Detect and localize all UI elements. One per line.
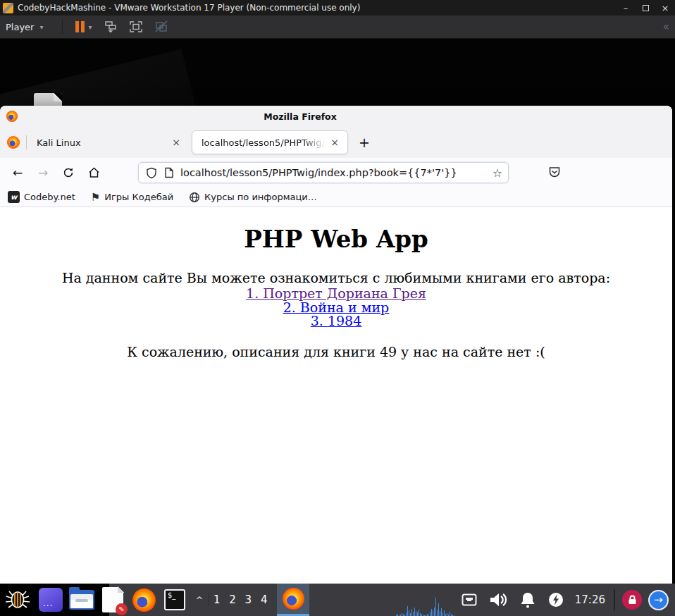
tab-close-icon[interactable]: × <box>169 135 183 149</box>
kali-desktop: </> test.xml Mozilla Firefox Kali Linux … <box>0 39 675 616</box>
firefox-window-title: Mozilla Firefox <box>264 111 337 122</box>
maximize-button[interactable] <box>636 0 655 16</box>
tab-close-icon[interactable]: × <box>328 135 342 149</box>
firefox-window: Mozilla Firefox Kali Linux × localhost/l… <box>0 106 672 584</box>
toolbar-divider <box>62 20 63 34</box>
player-menu-button[interactable]: Player ▾ <box>0 16 56 38</box>
firefox-task-button[interactable] <box>277 584 309 616</box>
folder-icon <box>69 590 94 610</box>
kali-taskbar: ... ✎ $_ ^ 1 2 3 4 <box>0 584 675 616</box>
app-launcher-button[interactable]: ... <box>35 584 66 616</box>
book-links: 1. Портрет Дориана Грея 2. Война и мир 3… <box>0 287 672 328</box>
firefox-logo-icon <box>6 111 18 122</box>
page-title: PHP Web App <box>0 225 672 253</box>
lock-screen-button[interactable] <box>622 590 642 610</box>
text-editor-button[interactable]: ✎ <box>97 584 128 616</box>
url-bar[interactable]: localhost/lesson5/PHPTwig/index.php?book… <box>138 162 509 183</box>
navigation-toolbar: ← → localhost/lesson5/PHPTwig/index.php?… <box>0 158 672 187</box>
firefox-view-button[interactable] <box>7 136 20 149</box>
collapse-toolbar-button[interactable]: « <box>663 20 668 33</box>
unity-mode-button <box>154 20 169 34</box>
forward-button: → <box>32 162 54 183</box>
book-link-1[interactable]: 1. Портрет Дориана Грея <box>0 287 672 301</box>
web-page-content: PHP Web App На данном сайте Вы можете оз… <box>0 207 672 584</box>
chevron-down-icon: ▾ <box>39 23 43 31</box>
vmware-window-title: CodebyHackMashine - VMware Workstation 1… <box>18 3 360 13</box>
maximize-icon <box>643 5 649 11</box>
bookmarks-toolbar: w Codeby.net ⚑ Игры Кодебай Курсы по инф… <box>0 187 672 207</box>
lock-icon <box>628 595 637 605</box>
vmware-titlebar: CodebyHackMashine - VMware Workstation 1… <box>0 0 675 16</box>
home-button[interactable] <box>83 162 104 183</box>
close-button[interactable]: × <box>655 0 675 16</box>
tracking-shield-icon[interactable] <box>146 167 157 179</box>
bookmark-kursy[interactable]: Курсы по информаци… <box>189 192 317 203</box>
logout-arrow-icon: → <box>654 593 663 606</box>
vmware-toolbar: Player ▾ ▾ « <box>0 16 675 39</box>
tab-divider <box>26 135 27 149</box>
applications-menu-button[interactable] <box>0 584 35 616</box>
book-not-found-message: К сожалению, описания для книги 49 у нас… <box>0 344 672 359</box>
terminal-icon: $_ <box>164 589 185 610</box>
notifications-tray-icon[interactable] <box>513 584 543 616</box>
tab-bar: Kali Linux × localhost/lesson5/PHPTwig/i… <box>0 127 672 158</box>
firefox-titlebar[interactable]: Mozilla Firefox <box>0 106 672 127</box>
logout-button[interactable]: → <box>648 590 669 610</box>
vmware-logo-icon <box>3 3 13 13</box>
tab-localhost-active[interactable]: localhost/lesson5/PHPTwig/i × <box>192 130 348 154</box>
volume-tray-icon[interactable] <box>483 584 513 616</box>
tab-label: Kali Linux <box>37 137 169 148</box>
document-icon: ✎ <box>102 587 123 612</box>
app-launcher-icon: ... <box>39 588 63 612</box>
flag-icon: ⚑ <box>91 191 100 204</box>
save-to-pocket-icon[interactable] <box>546 164 563 180</box>
back-button[interactable]: ← <box>7 162 28 183</box>
suspend-vm-button[interactable] <box>75 21 85 32</box>
pencil-icon: ✎ <box>116 603 128 615</box>
network-graph <box>396 595 455 616</box>
bookmark-star-icon[interactable]: ☆ <box>493 166 502 180</box>
bookmark-codeby[interactable]: w Codeby.net <box>8 191 75 203</box>
new-tab-button[interactable]: + <box>356 134 373 151</box>
kali-logo-icon <box>4 588 32 612</box>
panel-expand-button[interactable]: ^ <box>190 584 209 616</box>
page-intro-text: На данном сайте Вы можете ознакомиться с… <box>0 270 672 285</box>
send-ctrl-alt-del-button[interactable] <box>103 20 118 34</box>
network-tray-icon[interactable] <box>455 584 483 616</box>
fullscreen-button[interactable] <box>128 20 144 34</box>
globe-icon <box>189 192 200 203</box>
workspace-switcher[interactable]: 1 2 3 4 <box>209 593 277 606</box>
reload-button[interactable] <box>58 162 79 183</box>
firefox-logo-icon <box>283 588 304 610</box>
codeby-favicon: w <box>8 191 20 203</box>
minimize-button[interactable]: – <box>616 0 636 16</box>
file-manager-button[interactable] <box>66 584 97 616</box>
suspend-dropdown-icon[interactable]: ▾ <box>89 23 92 31</box>
page-info-icon[interactable] <box>164 167 174 178</box>
firefox-logo-icon <box>132 589 156 612</box>
clock[interactable]: 17:26 <box>569 593 614 606</box>
tab-kali-linux[interactable]: Kali Linux × <box>30 130 190 154</box>
bookmark-igry-codebay[interactable]: ⚑ Игры Кодебай <box>91 191 173 204</box>
book-link-3[interactable]: 3. 1984 <box>0 314 672 328</box>
tray-divider <box>614 589 615 610</box>
firefox-launcher-button[interactable] <box>128 584 159 616</box>
url-input[interactable]: localhost/lesson5/PHPTwig/index.php?book… <box>180 167 488 178</box>
power-manager-tray-icon[interactable] <box>543 584 569 616</box>
terminal-launcher-button[interactable]: $_ <box>159 584 190 616</box>
vmware-player-window: CodebyHackMashine - VMware Workstation 1… <box>0 0 675 616</box>
tab-label: localhost/lesson5/PHPTwig/i <box>202 137 328 148</box>
